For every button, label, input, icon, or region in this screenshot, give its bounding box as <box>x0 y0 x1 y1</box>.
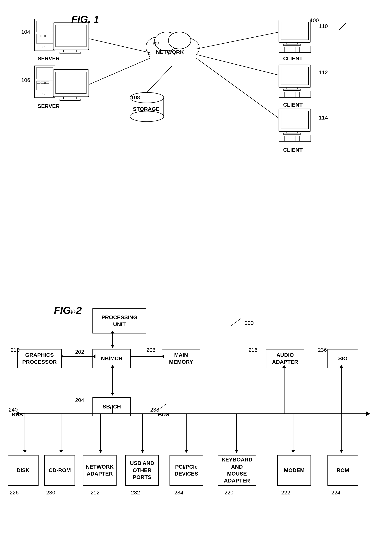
svg-rect-8 <box>53 23 89 50</box>
server-label-1: SERVER <box>37 56 60 62</box>
svg-rect-64 <box>286 132 298 133</box>
svg-rect-63 <box>281 111 308 129</box>
ref-106: 106 <box>21 77 30 83</box>
cd-rom-label: CD-ROM <box>49 467 71 474</box>
svg-rect-4 <box>37 35 40 37</box>
ref-108: 108 <box>131 94 140 101</box>
svg-rect-22 <box>60 99 80 100</box>
sio-label: SIO <box>338 355 347 362</box>
sb-ich-label: SB/ICH <box>103 403 121 410</box>
svg-rect-10 <box>64 50 77 52</box>
svg-rect-28 <box>150 55 196 66</box>
sb-ich-box: SB/ICH <box>93 397 131 416</box>
processing-unit-label: PROCESSING UNIT <box>102 314 138 328</box>
rom-label: ROM <box>336 467 349 474</box>
ref-234: 234 <box>174 490 183 496</box>
ref-240: 240 <box>9 407 18 413</box>
svg-line-77 <box>89 58 150 85</box>
main-memory-box: MAIN MEMORY <box>162 349 200 368</box>
ref-210: 210 <box>11 347 20 353</box>
network-adapter-box: NETWORK ADAPTER <box>83 455 117 486</box>
network-label: NETWORK <box>156 49 184 55</box>
disk-box: DISK <box>8 455 38 486</box>
svg-rect-36 <box>286 42 298 44</box>
ref-212: 212 <box>91 490 100 496</box>
svg-marker-110 <box>235 450 238 453</box>
disk-label: DISK <box>17 467 30 474</box>
rom-box: ROM <box>327 455 358 486</box>
audio-adapter-box: AUDIO ADAPTER <box>266 349 304 368</box>
svg-marker-114 <box>339 450 343 453</box>
nb-mch-box: NB/MCH <box>93 349 131 368</box>
ref-204: 204 <box>75 397 84 403</box>
client-label-2: CLIENT <box>283 102 303 108</box>
keyboard-mouse-label: KEYBOARD AND MOUSE ADAPTER <box>222 456 252 484</box>
nb-mch-label: NB/MCH <box>101 355 122 362</box>
svg-marker-88 <box>111 393 115 396</box>
main-memory-label: MAIN MEMORY <box>169 352 193 366</box>
ref-224: 224 <box>331 490 340 496</box>
svg-rect-20 <box>56 72 86 94</box>
svg-marker-85 <box>111 345 115 348</box>
svg-line-80 <box>196 55 279 75</box>
svg-rect-21 <box>64 97 77 99</box>
storage-label: STORAGE <box>133 106 159 112</box>
svg-rect-62 <box>279 109 311 132</box>
ref-202: 202 <box>75 349 84 355</box>
ref-200: 200 <box>245 320 254 326</box>
svg-marker-108 <box>185 450 188 453</box>
usb-ports-label: USB AND OTHER PORTS <box>130 460 154 481</box>
ref-236: 236 <box>318 347 327 353</box>
svg-rect-1 <box>34 19 55 51</box>
pci-devices-box: PCI/PCIe DEVICES <box>169 455 203 486</box>
ref-114: 114 <box>319 115 328 121</box>
svg-rect-35 <box>281 22 308 40</box>
svg-rect-6 <box>46 35 49 37</box>
ref-226: 226 <box>10 490 19 496</box>
cd-rom-box: CD-ROM <box>44 455 75 486</box>
client-label-1: CLIENT <box>283 56 303 62</box>
audio-adapter-label: AUDIO ADAPTER <box>272 352 298 366</box>
svg-marker-106 <box>141 450 145 453</box>
svg-line-123 <box>158 404 166 410</box>
svg-rect-17 <box>46 82 49 84</box>
svg-rect-16 <box>41 82 45 84</box>
fig2: FIG. 2 200 PROCESSING UNIT NB/MCH SB/ICH… <box>0 150 392 528</box>
sio-box: SIO <box>327 349 358 368</box>
svg-marker-112 <box>291 450 295 453</box>
svg-rect-51 <box>284 89 300 91</box>
graphics-processor-label: GRAPHICS PROCESSOR <box>22 352 57 366</box>
ref-216: 216 <box>248 347 257 353</box>
ref-222: 222 <box>281 490 290 496</box>
svg-rect-38 <box>279 46 311 52</box>
svg-line-78 <box>147 66 172 92</box>
svg-rect-65 <box>284 133 300 135</box>
svg-rect-19 <box>53 70 89 97</box>
ref-220: 220 <box>224 490 233 496</box>
svg-rect-2 <box>36 21 53 32</box>
svg-rect-50 <box>286 87 298 89</box>
svg-point-18 <box>43 93 45 95</box>
usb-ports-box: USB AND OTHER PORTS <box>125 455 159 486</box>
ref-206: 206 <box>69 308 78 315</box>
svg-rect-14 <box>36 81 53 90</box>
ref-110: 110 <box>319 23 328 29</box>
svg-rect-48 <box>279 65 311 88</box>
ref-238: 238 <box>150 407 159 413</box>
svg-rect-52 <box>279 91 311 98</box>
modem-label: MODEM <box>284 467 304 474</box>
processing-unit-box: PROCESSING UNIT <box>93 308 146 334</box>
svg-rect-3 <box>36 34 53 43</box>
ref-112: 112 <box>319 69 328 76</box>
fig1: FIG. 1 100 <box>0 8 392 143</box>
svg-rect-13 <box>36 68 53 79</box>
svg-line-0 <box>339 23 346 30</box>
ref-104: 104 <box>21 29 30 35</box>
graphics-processor-box: GRAPHICS PROCESSOR <box>17 349 62 368</box>
svg-line-79 <box>196 32 279 49</box>
svg-line-81 <box>196 58 279 118</box>
keyboard-mouse-box: KEYBOARD AND MOUSE ADAPTER <box>218 455 256 486</box>
ref-208: 208 <box>146 347 155 353</box>
pci-devices-label: PCI/PCIe DEVICES <box>174 463 198 477</box>
svg-rect-66 <box>279 135 311 142</box>
